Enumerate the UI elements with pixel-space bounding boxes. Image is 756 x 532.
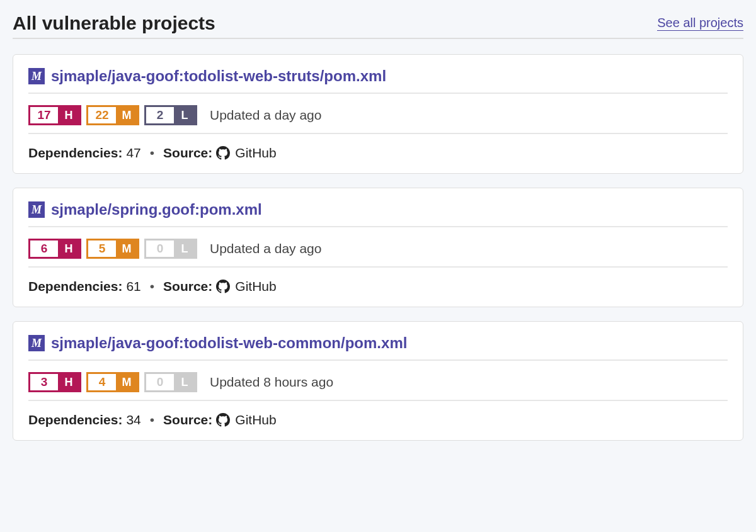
source-label: Source: bbox=[163, 279, 212, 294]
header-divider bbox=[13, 38, 743, 39]
severity-low-label: L bbox=[174, 374, 195, 390]
severity-low-badge: 2 L bbox=[144, 105, 197, 125]
source-value: GitHub bbox=[235, 279, 276, 294]
updated-label: Updated a day ago bbox=[210, 108, 321, 123]
severity-badges: 17 H 22 M 2 L bbox=[28, 105, 197, 125]
source-label: Source: bbox=[163, 412, 212, 427]
severity-low-count: 2 bbox=[146, 107, 174, 123]
project-name-link[interactable]: sjmaple/java-goof:todolist-web-struts/po… bbox=[51, 67, 386, 85]
severity-high-count: 17 bbox=[30, 107, 58, 123]
divider bbox=[28, 226, 728, 227]
severity-high-badge: 17 H bbox=[28, 105, 81, 125]
project-card: M sjmaple/java-goof:todolist-web-struts/… bbox=[13, 54, 743, 174]
severity-medium-label: M bbox=[116, 241, 137, 257]
divider bbox=[28, 133, 728, 134]
severity-medium-badge: 5 M bbox=[86, 239, 139, 259]
see-all-projects-link[interactable]: See all projects bbox=[657, 16, 743, 31]
divider bbox=[28, 359, 728, 361]
severity-high-label: H bbox=[58, 107, 79, 123]
severity-medium-badge: 22 M bbox=[86, 105, 139, 125]
project-meta: Dependencies: 47 • Source: GitHub bbox=[28, 145, 728, 161]
severity-high-label: H bbox=[58, 241, 79, 257]
page-title: All vulnerable projects bbox=[13, 13, 215, 34]
severity-high-count: 3 bbox=[30, 374, 58, 390]
severity-low-badge: 0 L bbox=[144, 239, 197, 259]
severity-badges: 6 H 5 M 0 L bbox=[28, 239, 197, 259]
severity-low-count: 0 bbox=[146, 241, 174, 257]
dependencies-label: Dependencies: bbox=[28, 279, 122, 294]
project-card: M sjmaple/java-goof:todolist-web-common/… bbox=[13, 321, 743, 441]
divider bbox=[28, 266, 728, 268]
severity-medium-label: M bbox=[116, 107, 137, 123]
source-label: Source: bbox=[163, 145, 212, 161]
severity-low-count: 0 bbox=[146, 374, 174, 390]
project-card: M sjmaple/spring.goof:pom.xml 6 H 5 M 0 … bbox=[13, 188, 743, 307]
github-icon bbox=[216, 413, 230, 427]
severity-low-label: L bbox=[174, 241, 195, 257]
divider bbox=[28, 400, 728, 401]
maven-icon: M bbox=[28, 201, 45, 218]
source-value: GitHub bbox=[235, 412, 276, 427]
dependencies-count: 61 bbox=[126, 279, 140, 294]
severity-medium-badge: 4 M bbox=[86, 372, 139, 392]
severity-low-label: L bbox=[174, 107, 195, 123]
severity-low-badge: 0 L bbox=[144, 372, 197, 392]
updated-label: Updated 8 hours ago bbox=[210, 375, 333, 390]
divider bbox=[28, 93, 728, 94]
severity-badges: 3 H 4 M 0 L bbox=[28, 372, 197, 392]
updated-label: Updated a day ago bbox=[210, 241, 321, 256]
severity-high-label: H bbox=[58, 374, 79, 390]
source-value: GitHub bbox=[235, 145, 276, 161]
severity-medium-count: 5 bbox=[88, 241, 116, 257]
separator: • bbox=[150, 145, 154, 161]
severity-high-count: 6 bbox=[30, 241, 58, 257]
maven-icon: M bbox=[28, 68, 45, 84]
severity-medium-count: 22 bbox=[88, 107, 116, 123]
project-meta: Dependencies: 34 • Source: GitHub bbox=[28, 412, 728, 427]
project-name-link[interactable]: sjmaple/spring.goof:pom.xml bbox=[51, 201, 262, 218]
project-name-link[interactable]: sjmaple/java-goof:todolist-web-common/po… bbox=[51, 334, 407, 352]
github-icon bbox=[216, 146, 230, 160]
dependencies-count: 47 bbox=[126, 145, 140, 161]
separator: • bbox=[150, 279, 154, 294]
project-meta: Dependencies: 61 • Source: GitHub bbox=[28, 279, 728, 294]
dependencies-label: Dependencies: bbox=[28, 412, 122, 427]
separator: • bbox=[150, 412, 154, 427]
maven-icon: M bbox=[28, 335, 45, 351]
github-icon bbox=[216, 280, 230, 293]
severity-high-badge: 6 H bbox=[28, 239, 81, 259]
severity-medium-label: M bbox=[116, 374, 137, 390]
dependencies-label: Dependencies: bbox=[28, 145, 122, 161]
dependencies-count: 34 bbox=[126, 412, 140, 427]
severity-medium-count: 4 bbox=[88, 374, 116, 390]
severity-high-badge: 3 H bbox=[28, 372, 81, 392]
